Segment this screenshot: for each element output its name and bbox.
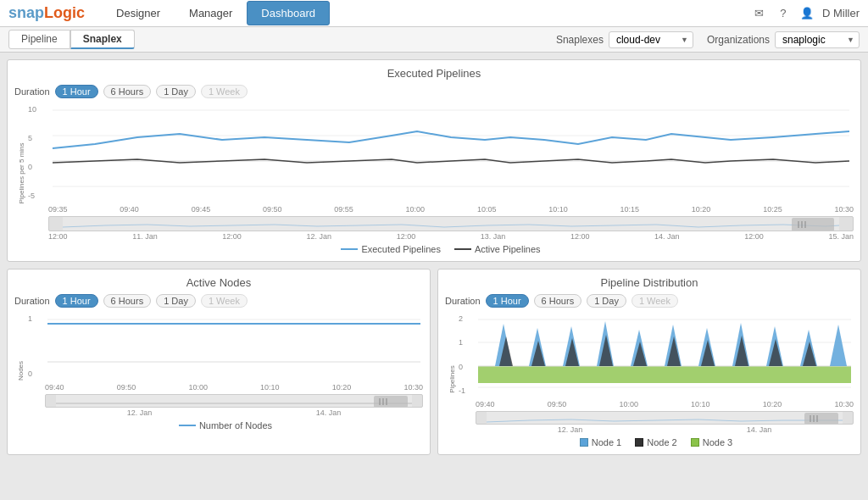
bottom-panels: Active Nodes Duration 1 Hour 6 Hours 1 D… <box>7 269 861 455</box>
pd-svg-area <box>476 311 854 398</box>
ep-legend-active-label: Active Pipelines <box>475 244 541 254</box>
pd-title: Pipeline Distribution <box>445 276 854 289</box>
svg-rect-43 <box>804 413 838 425</box>
user-icon: 👤 <box>798 5 815 22</box>
an-chart-inner: 1 0 <box>28 311 423 381</box>
executed-pipelines-title: Executed Pipelines <box>14 67 854 80</box>
pd-btn-6h[interactable]: 6 Hours <box>534 294 582 308</box>
pd-legend-node2-label: Node 2 <box>647 437 676 447</box>
ep-btn-6h[interactable]: 6 Hours <box>103 85 152 98</box>
snaplexes-select[interactable]: cloud-dev <box>609 31 693 48</box>
an-chart-area: 1 0 <box>28 311 423 431</box>
ep-btn-1h[interactable]: 1 Hour <box>55 85 98 98</box>
organizations-label: Organizations <box>707 34 770 46</box>
pipeline-distribution-panel: Pipeline Distribution Duration 1 Hour 6 … <box>437 269 861 455</box>
nav-items: Designer Manager Dashboard <box>102 1 330 25</box>
an-svg-area <box>45 311 423 381</box>
ep-chart-container: Pipelines per 5 mins 10 5 0 -5 <box>14 102 854 254</box>
svg-rect-11 <box>56 395 412 408</box>
ep-ytick-0: 0 <box>28 163 48 171</box>
nav-dashboard[interactable]: Dashboard <box>247 1 330 25</box>
ep-ytick-10: 10 <box>28 105 48 114</box>
an-y-label: Nodes <box>18 361 25 381</box>
ep-chart-svg <box>48 102 854 203</box>
pd-btn-1w: 1 Week <box>632 294 678 308</box>
snaplexes-group: Snaplexes cloud-dev <box>556 31 693 48</box>
pd-legend-node2: Node 2 <box>635 437 676 447</box>
an-duration-label: Duration <box>14 296 50 306</box>
pd-btn-1h[interactable]: 1 Hour <box>486 294 529 308</box>
ep-legend-active-line <box>454 248 471 250</box>
pd-duration: Duration 1 Hour 6 Hours 1 Day 1 Week <box>445 294 854 308</box>
an-duration: Duration 1 Hour 6 Hours 1 Day 1 Week <box>14 294 423 308</box>
ep-legend-executed-label: Executed Pipelines <box>361 244 441 254</box>
main-content: Executed Pipelines Duration 1 Hour 6 Hou… <box>0 53 868 462</box>
ep-mini-timeline[interactable] <box>48 216 854 231</box>
nav-manager[interactable]: Manager <box>175 1 247 25</box>
ep-mini-svg <box>49 217 853 231</box>
ep-timeline: 12:00 11. Jan 12:00 12. Jan 12:00 13. Ja… <box>48 216 854 241</box>
snaplexes-select-wrapper: cloud-dev <box>609 31 693 48</box>
ep-x-ticks: 09:35 09:40 09:45 09:50 09:55 10:00 10:0… <box>28 205 854 214</box>
tab-snaplex[interactable]: Snaplex <box>70 30 135 49</box>
pd-legend-node2-box <box>635 438 643 447</box>
snaplexes-label: Snaplexes <box>556 34 604 46</box>
ep-ytick-n5: -5 <box>28 192 48 200</box>
mail-icon[interactable]: ✉ <box>751 5 768 22</box>
svg-rect-4 <box>63 217 839 231</box>
pd-btn-1d[interactable]: 1 Day <box>587 294 626 308</box>
an-legend-nodes-line <box>179 425 196 426</box>
svg-rect-12 <box>374 396 408 408</box>
pd-timeline: 12. Jan 14. Jan <box>476 411 854 434</box>
organizations-select-wrapper: snaplogic <box>775 31 860 48</box>
pd-duration-label: Duration <box>445 296 481 306</box>
top-nav: snapLogic Designer Manager Dashboard ✉ ?… <box>0 0 868 27</box>
ep-chart-area: 10 5 0 -5 <box>28 102 854 254</box>
an-legend: Number of Nodes <box>28 420 423 431</box>
pd-chart-svg <box>476 311 854 396</box>
an-btn-1w: 1 Week <box>201 294 248 308</box>
svg-marker-31 <box>830 325 847 366</box>
organizations-select[interactable]: snaplogic <box>775 31 860 48</box>
ep-svg-area <box>48 102 854 203</box>
an-btn-1h[interactable]: 1 Hour <box>55 294 98 308</box>
an-btn-6h[interactable]: 6 Hours <box>103 294 152 308</box>
an-chart-svg <box>45 311 423 379</box>
an-timeline-labels: 12. Jan 14. Jan <box>45 408 423 417</box>
an-chart-container: Nodes 1 0 <box>14 311 423 431</box>
pd-chart-inner: 2 1 0 -1 <box>459 311 854 398</box>
sub-nav: Pipeline Snaplex Snaplexes cloud-dev Org… <box>0 27 868 53</box>
pd-legend-node3: Node 3 <box>691 437 732 447</box>
an-y-label-container: Nodes <box>14 311 28 431</box>
pd-legend-node1-box <box>580 438 588 447</box>
pd-mini-timeline[interactable] <box>476 411 854 425</box>
ep-y-label: Pipelines per 5 mins <box>18 153 25 203</box>
active-nodes-panel: Active Nodes Duration 1 Hour 6 Hours 1 D… <box>7 269 431 455</box>
logo: snapLogic <box>8 4 85 22</box>
pd-y-label: Pipelines <box>448 365 456 392</box>
help-icon[interactable]: ? <box>775 5 792 22</box>
an-mini-timeline[interactable] <box>45 394 423 408</box>
ep-legend: Executed Pipelines Active Pipelines <box>28 244 854 254</box>
ep-btn-1d[interactable]: 1 Day <box>156 85 196 98</box>
pd-timeline-labels: 12. Jan 14. Jan <box>476 425 854 434</box>
ep-ytick-5: 5 <box>28 134 48 142</box>
nav-right: ✉ ? 👤 D Miller <box>751 5 860 22</box>
pd-legend-node1-label: Node 1 <box>592 437 621 447</box>
pd-x-ticks: 09:40 09:50 10:00 10:10 10:20 10:30 <box>459 400 854 408</box>
an-mini-svg <box>46 395 422 408</box>
pd-chart-container: Pipelines 2 1 0 -1 <box>445 311 854 447</box>
pd-chart-area: 2 1 0 -1 <box>459 311 854 447</box>
ep-legend-active: Active Pipelines <box>454 244 541 254</box>
ep-legend-executed-line <box>341 248 358 250</box>
pd-y-label-container: Pipelines <box>445 311 459 447</box>
logo-snap: snap <box>8 4 44 21</box>
an-btn-1d[interactable]: 1 Day <box>156 294 196 308</box>
pd-legend-node3-box <box>691 438 699 447</box>
executed-pipelines-duration: Duration 1 Hour 6 Hours 1 Day 1 Week <box>14 85 854 98</box>
pd-legend: Node 1 Node 2 Node 3 <box>459 437 854 447</box>
tab-pipeline[interactable]: Pipeline <box>8 30 70 49</box>
pd-legend-node1: Node 1 <box>580 437 621 447</box>
nav-designer[interactable]: Designer <box>102 1 175 25</box>
an-legend-nodes: Number of Nodes <box>179 420 272 431</box>
